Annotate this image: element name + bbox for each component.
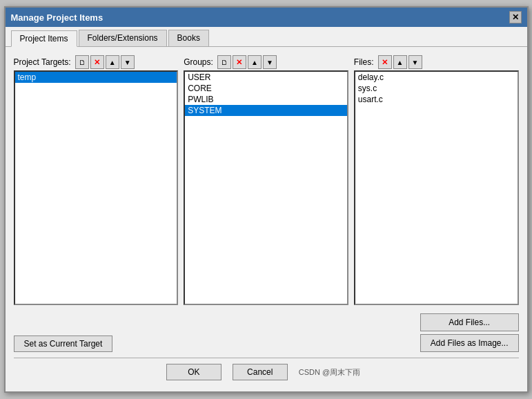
delete-target-icon: ✕ xyxy=(94,58,100,67)
tab-project-items[interactable]: Project Items xyxy=(11,30,77,47)
down-file-icon: ▼ xyxy=(412,59,419,66)
files-listbox[interactable]: delay.c sys.c usart.c xyxy=(354,70,519,305)
footer-note: CSDN @周末下雨 xyxy=(299,367,360,378)
list-item[interactable]: temp xyxy=(15,72,177,83)
down-group-icon: ▼ xyxy=(266,59,273,66)
list-item[interactable]: USER xyxy=(185,72,347,83)
cancel-button[interactable]: Cancel xyxy=(233,364,288,380)
content-area: Project Targets: 🗋 ✕ ▲ ▼ temp xyxy=(6,47,527,391)
files-panel: Files: ✕ ▲ ▼ delay.c sys.c usart.c xyxy=(354,55,519,305)
files-delete-button[interactable]: ✕ xyxy=(378,55,392,69)
groups-new-button[interactable]: 🗋 xyxy=(217,55,231,69)
set-current-target-button[interactable]: Set as Current Target xyxy=(14,335,113,352)
bottom-left: Set as Current Target xyxy=(14,335,113,352)
new-target-icon: 🗋 xyxy=(79,59,86,66)
targets-delete-button[interactable]: ✕ xyxy=(90,55,104,69)
list-item[interactable]: PWLIB xyxy=(185,94,347,105)
bottom-bar: Set as Current Target Add Files... Add F… xyxy=(14,311,519,352)
new-group-icon: 🗋 xyxy=(221,59,228,66)
close-button[interactable]: ✕ xyxy=(509,11,522,23)
list-item[interactable]: SYSTEM xyxy=(185,105,347,116)
groups-delete-button[interactable]: ✕ xyxy=(233,55,246,69)
title-bar: Manage Project Items ✕ xyxy=(6,8,527,27)
targets-label: Project Targets: xyxy=(14,57,71,67)
bottom-right: Add Files... Add Files as Image... xyxy=(420,313,519,352)
files-down-button[interactable]: ▼ xyxy=(408,55,422,69)
groups-down-button[interactable]: ▼ xyxy=(263,55,277,69)
groups-panel: Groups: 🗋 ✕ ▲ ▼ USER CORE xyxy=(184,55,348,305)
manage-project-items-dialog: Manage Project Items ✕ Project Items Fol… xyxy=(4,6,529,393)
files-up-button[interactable]: ▲ xyxy=(393,55,407,69)
tab-bar: Project Items Folders/Extensions Books xyxy=(6,27,527,47)
files-label: Files: xyxy=(354,57,374,67)
add-files-button[interactable]: Add Files... xyxy=(420,313,519,331)
groups-label: Groups: xyxy=(184,57,213,67)
targets-up-button[interactable]: ▲ xyxy=(106,55,119,69)
add-files-image-button[interactable]: Add Files as Image... xyxy=(420,334,519,352)
targets-new-button[interactable]: 🗋 xyxy=(75,55,89,69)
delete-file-icon: ✕ xyxy=(382,58,388,67)
groups-up-button[interactable]: ▲ xyxy=(248,55,262,69)
files-header: Files: ✕ ▲ ▼ xyxy=(354,55,519,69)
panels-container: Project Targets: 🗋 ✕ ▲ ▼ temp xyxy=(14,55,519,305)
list-item[interactable]: CORE xyxy=(185,83,347,94)
targets-panel: Project Targets: 🗋 ✕ ▲ ▼ temp xyxy=(14,55,179,305)
dialog-actions: OK Cancel CSDN @周末下雨 xyxy=(14,358,519,383)
targets-listbox[interactable]: temp xyxy=(14,70,179,305)
down-target-icon: ▼ xyxy=(124,59,131,66)
up-group-icon: ▲ xyxy=(251,59,258,66)
targets-down-button[interactable]: ▼ xyxy=(121,55,135,69)
up-target-icon: ▲ xyxy=(109,59,116,66)
delete-group-icon: ✕ xyxy=(236,58,242,67)
list-item[interactable]: usart.c xyxy=(355,94,518,105)
dialog-title: Manage Project Items xyxy=(11,12,104,23)
list-item[interactable]: sys.c xyxy=(355,83,518,94)
up-file-icon: ▲ xyxy=(397,59,404,66)
list-item[interactable]: delay.c xyxy=(355,72,518,83)
targets-header: Project Targets: 🗋 ✕ ▲ ▼ xyxy=(14,55,179,69)
tab-books[interactable]: Books xyxy=(168,30,209,46)
ok-button[interactable]: OK xyxy=(166,364,221,380)
groups-header: Groups: 🗋 ✕ ▲ ▼ xyxy=(184,55,348,69)
tab-folders-extensions[interactable]: Folders/Extensions xyxy=(79,30,167,46)
groups-listbox[interactable]: USER CORE PWLIB SYSTEM xyxy=(184,70,348,305)
